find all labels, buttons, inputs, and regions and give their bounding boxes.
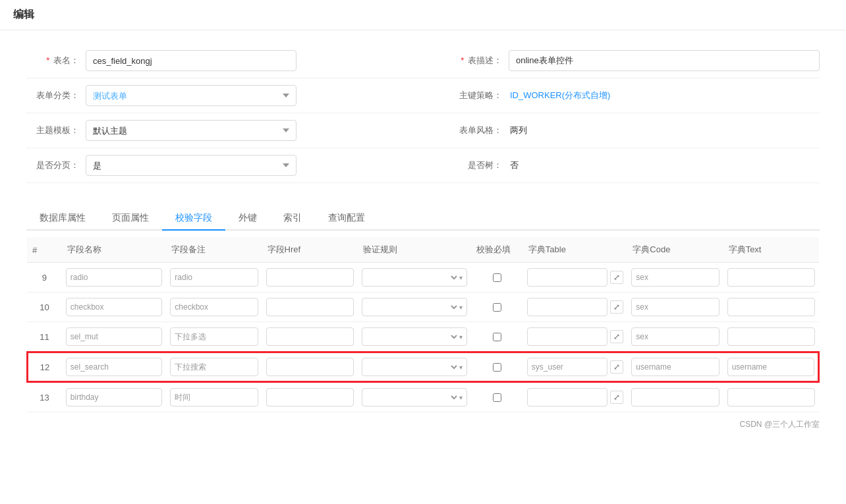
dictcode-input[interactable] bbox=[631, 327, 719, 346]
dicttable-input[interactable] bbox=[527, 298, 608, 316]
cell-dictcode[interactable] bbox=[627, 382, 723, 412]
category-select[interactable]: 测试表单 bbox=[86, 85, 296, 106]
href-input[interactable] bbox=[266, 268, 354, 287]
dictcode-input[interactable] bbox=[631, 388, 719, 406]
comment-input[interactable] bbox=[170, 388, 258, 406]
dicttext-input[interactable] bbox=[727, 298, 815, 316]
cell-href[interactable] bbox=[262, 382, 358, 412]
cell-dictcode[interactable] bbox=[627, 293, 723, 322]
cell-comment[interactable] bbox=[166, 382, 262, 412]
cell-href[interactable] bbox=[262, 293, 358, 322]
dictcode-input[interactable] bbox=[631, 268, 719, 287]
cell-href[interactable] bbox=[262, 322, 358, 352]
cell-validation[interactable]: ▾ bbox=[358, 293, 471, 322]
cell-dicttable[interactable]: ⤢ bbox=[523, 352, 628, 382]
cell-dicttext[interactable] bbox=[723, 382, 819, 412]
table-row: 11▾⤢ bbox=[27, 322, 819, 352]
href-input[interactable] bbox=[266, 388, 354, 406]
cell-required[interactable] bbox=[471, 382, 523, 412]
tab-page-props[interactable]: 页面属性 bbox=[99, 207, 162, 231]
cell-fieldname[interactable] bbox=[62, 382, 167, 412]
cell-fieldname[interactable] bbox=[62, 293, 167, 322]
validation-select[interactable] bbox=[366, 272, 459, 283]
cell-dicttext[interactable] bbox=[723, 322, 819, 352]
fieldname-input[interactable] bbox=[66, 358, 163, 376]
cell-dicttable[interactable]: ⤢ bbox=[523, 382, 628, 412]
cell-comment[interactable] bbox=[166, 322, 262, 352]
comment-input[interactable] bbox=[170, 298, 258, 316]
tab-foreign-key[interactable]: 外键 bbox=[225, 207, 270, 231]
required-checkbox[interactable] bbox=[493, 363, 501, 372]
fieldname-input[interactable] bbox=[66, 388, 163, 406]
validation-select[interactable] bbox=[366, 362, 459, 372]
cell-dicttable[interactable]: ⤢ bbox=[523, 293, 628, 322]
cell-dicttext[interactable] bbox=[723, 293, 819, 322]
cell-required[interactable] bbox=[471, 352, 523, 382]
cell-dictcode[interactable] bbox=[627, 322, 723, 352]
expand-icon[interactable]: ⤢ bbox=[610, 271, 623, 284]
dictcode-input[interactable] bbox=[631, 298, 719, 316]
href-input[interactable] bbox=[266, 327, 354, 346]
expand-icon[interactable]: ⤢ bbox=[610, 391, 623, 404]
cell-fieldname[interactable] bbox=[62, 322, 167, 352]
comment-input[interactable] bbox=[170, 358, 258, 376]
dicttable-input[interactable] bbox=[527, 358, 608, 376]
col-header-href: 字段Href bbox=[262, 237, 358, 263]
cell-fieldname[interactable] bbox=[62, 263, 167, 293]
comment-input[interactable] bbox=[170, 327, 258, 346]
cell-required[interactable] bbox=[471, 322, 523, 352]
cell-validation[interactable]: ▾ bbox=[358, 352, 471, 382]
cell-dicttable[interactable]: ⤢ bbox=[523, 263, 628, 293]
cell-dicttext[interactable] bbox=[723, 263, 819, 293]
comment-input[interactable] bbox=[170, 268, 258, 287]
fieldname-input[interactable] bbox=[66, 298, 163, 316]
table-name-input[interactable] bbox=[86, 50, 296, 71]
theme-select[interactable]: 默认主题 bbox=[86, 120, 296, 141]
cell-dicttable[interactable]: ⤢ bbox=[523, 322, 628, 352]
paginate-select[interactable]: 是 bbox=[86, 155, 296, 176]
cell-dictcode[interactable] bbox=[627, 352, 723, 382]
expand-icon[interactable]: ⤢ bbox=[610, 360, 623, 374]
table-desc-input[interactable] bbox=[509, 50, 820, 71]
href-input[interactable] bbox=[266, 298, 354, 316]
validation-select[interactable] bbox=[366, 302, 459, 312]
cell-validation[interactable]: ▾ bbox=[358, 263, 471, 293]
cell-dicttext[interactable] bbox=[723, 352, 819, 382]
cell-validation[interactable]: ▾ bbox=[358, 382, 471, 412]
required-checkbox[interactable] bbox=[493, 273, 501, 282]
tab-query-config[interactable]: 查询配置 bbox=[315, 207, 378, 231]
required-checkbox[interactable] bbox=[493, 303, 501, 312]
cell-dictcode[interactable] bbox=[627, 263, 723, 293]
expand-icon[interactable]: ⤢ bbox=[610, 330, 623, 343]
required-checkbox[interactable] bbox=[493, 333, 501, 341]
dictcode-input[interactable] bbox=[631, 358, 719, 376]
col-header-dictcode: 字典Code bbox=[627, 237, 723, 263]
tree-value: 否 bbox=[509, 159, 519, 171]
tab-validate-fields[interactable]: 校验字段 bbox=[162, 207, 225, 231]
dicttext-input[interactable] bbox=[727, 327, 815, 346]
validation-select[interactable] bbox=[366, 392, 459, 403]
dicttable-input[interactable] bbox=[527, 268, 608, 287]
required-checkbox[interactable] bbox=[493, 393, 501, 402]
validation-select[interactable] bbox=[366, 331, 459, 342]
cell-comment[interactable] bbox=[166, 352, 262, 382]
expand-icon[interactable]: ⤢ bbox=[610, 300, 623, 314]
cell-href[interactable] bbox=[262, 352, 358, 382]
cell-comment[interactable] bbox=[166, 263, 262, 293]
tab-db-props[interactable]: 数据库属性 bbox=[26, 207, 99, 231]
cell-required[interactable] bbox=[471, 293, 523, 322]
tab-index[interactable]: 索引 bbox=[270, 207, 315, 231]
dicttable-input[interactable] bbox=[527, 388, 608, 406]
dicttable-input[interactable] bbox=[527, 327, 608, 346]
dicttext-input[interactable] bbox=[727, 358, 814, 376]
cell-comment[interactable] bbox=[166, 293, 262, 322]
href-input[interactable] bbox=[266, 358, 354, 376]
cell-fieldname[interactable] bbox=[62, 352, 167, 382]
cell-required[interactable] bbox=[471, 263, 523, 293]
dicttext-input[interactable] bbox=[727, 268, 815, 287]
dicttext-input[interactable] bbox=[727, 388, 815, 406]
fieldname-input[interactable] bbox=[66, 327, 163, 346]
cell-href[interactable] bbox=[262, 263, 358, 293]
fieldname-input[interactable] bbox=[66, 268, 163, 287]
cell-validation[interactable]: ▾ bbox=[358, 322, 471, 352]
